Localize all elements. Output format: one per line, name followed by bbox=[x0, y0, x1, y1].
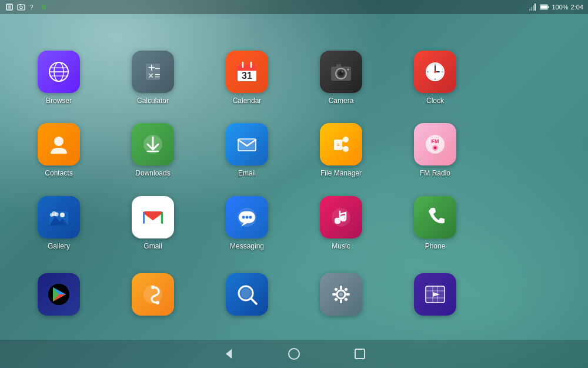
svg-point-36 bbox=[348, 68, 349, 70]
app-fmradio[interactable]: FM FM Radio bbox=[409, 123, 462, 177]
videos-icon bbox=[414, 273, 456, 316]
status-right-icons: 100% 2:04 bbox=[528, 2, 583, 12]
app-search[interactable] bbox=[220, 273, 273, 319]
gallery-label: Gallery bbox=[48, 242, 70, 250]
settings-icon bbox=[320, 273, 362, 316]
screenshot-icon bbox=[5, 2, 14, 12]
svg-rect-100 bbox=[334, 287, 338, 291]
svg-rect-9 bbox=[533, 5, 534, 11]
status-left-icons: ? N bbox=[5, 2, 49, 12]
phone-icon bbox=[414, 196, 456, 238]
svg-point-67 bbox=[55, 213, 59, 217]
svg-rect-7 bbox=[529, 9, 530, 11]
app-contacts[interactable]: Contacts bbox=[32, 123, 85, 177]
clock-icon bbox=[414, 51, 456, 93]
messaging-icon bbox=[226, 196, 268, 238]
app-email[interactable]: Email bbox=[220, 123, 273, 177]
app-settings[interactable] bbox=[315, 273, 368, 319]
svg-rect-12 bbox=[548, 6, 549, 8]
svg-point-54 bbox=[343, 146, 349, 152]
app-filemanager[interactable]: ≡ File Manager bbox=[315, 123, 368, 177]
svg-rect-96 bbox=[340, 286, 342, 290]
svg-text:=: = bbox=[155, 71, 160, 81]
calculator-icon: + − × = bbox=[132, 51, 174, 93]
svg-point-95 bbox=[339, 293, 343, 296]
app-phone[interactable]: Phone bbox=[409, 196, 462, 250]
svg-rect-8 bbox=[531, 7, 532, 11]
app-grid: Browser + − × = Calculator 31 Calend bbox=[0, 35, 588, 339]
calculator-label: Calculator bbox=[137, 97, 169, 105]
photo-icon bbox=[16, 2, 26, 12]
phone-label: Phone bbox=[425, 242, 446, 250]
app-camera[interactable]: Camera bbox=[315, 51, 368, 105]
svg-rect-4 bbox=[19, 4, 21, 5]
camera-icon bbox=[320, 51, 362, 93]
music-label: Music bbox=[332, 242, 350, 250]
svg-rect-102 bbox=[334, 297, 338, 301]
calendar-icon: 31 bbox=[226, 51, 268, 93]
n-icon: N bbox=[40, 2, 49, 12]
app-songkick[interactable] bbox=[126, 273, 179, 319]
clock-label: Clock bbox=[426, 97, 444, 105]
svg-text:N: N bbox=[42, 4, 46, 11]
svg-point-81 bbox=[335, 219, 339, 223]
filemanager-icon: ≡ bbox=[320, 123, 362, 165]
songkick-icon bbox=[132, 273, 174, 316]
svg-point-66 bbox=[50, 213, 54, 217]
svg-rect-51 bbox=[238, 139, 256, 151]
svg-point-58 bbox=[426, 135, 445, 154]
svg-point-79 bbox=[249, 216, 252, 219]
calendar-label: Calendar bbox=[233, 97, 262, 105]
app-playstore[interactable] bbox=[32, 273, 85, 319]
svg-rect-101 bbox=[344, 287, 348, 291]
svg-point-61 bbox=[434, 147, 437, 150]
browser-label: Browser bbox=[46, 97, 72, 105]
battery-icon bbox=[540, 2, 549, 12]
nav-bar bbox=[0, 340, 588, 368]
svg-point-46 bbox=[54, 137, 64, 146]
svg-text:FM: FM bbox=[432, 138, 439, 144]
app-music[interactable]: Music bbox=[315, 196, 368, 250]
app-videos[interactable] bbox=[409, 273, 462, 319]
svg-point-77 bbox=[242, 216, 245, 219]
svg-rect-97 bbox=[340, 299, 342, 303]
svg-marker-110 bbox=[226, 349, 232, 359]
email-icon bbox=[226, 123, 268, 165]
svg-rect-13 bbox=[541, 5, 547, 9]
svg-rect-112 bbox=[355, 349, 365, 359]
svg-rect-10 bbox=[534, 4, 536, 11]
svg-rect-98 bbox=[332, 293, 336, 296]
app-gmail[interactable]: Gmail bbox=[126, 196, 179, 250]
app-browser[interactable]: Browser bbox=[32, 51, 85, 105]
camera-label: Camera bbox=[329, 97, 354, 105]
svg-point-34 bbox=[342, 71, 343, 72]
app-calculator[interactable]: + − × = Calculator bbox=[126, 51, 179, 105]
recents-button[interactable] bbox=[350, 344, 369, 363]
svg-point-64 bbox=[60, 213, 65, 217]
gmail-icon bbox=[132, 196, 174, 238]
svg-text:?: ? bbox=[30, 4, 34, 11]
fmradio-label: FM Radio bbox=[420, 169, 450, 177]
app-messaging[interactable]: Messaging bbox=[220, 196, 273, 250]
svg-text:≡: ≡ bbox=[337, 142, 340, 148]
music-icon bbox=[320, 196, 362, 238]
app-gallery[interactable]: Gallery bbox=[32, 196, 85, 250]
signal-icon bbox=[528, 2, 537, 12]
contacts-icon bbox=[38, 123, 80, 165]
svg-point-89 bbox=[151, 286, 155, 289]
app-clock[interactable]: Clock bbox=[409, 51, 462, 105]
filemanager-label: File Manager bbox=[320, 169, 362, 177]
svg-line-56 bbox=[342, 147, 343, 149]
notification-icon: ? bbox=[28, 2, 38, 12]
contacts-label: Contacts bbox=[45, 169, 72, 177]
svg-line-55 bbox=[342, 140, 343, 142]
home-button[interactable] bbox=[285, 344, 303, 363]
battery-percent: 100% bbox=[552, 4, 568, 11]
search-icon bbox=[226, 273, 268, 316]
app-calendar[interactable]: 31 Calendar bbox=[220, 51, 273, 105]
back-button[interactable] bbox=[219, 344, 238, 363]
svg-point-78 bbox=[246, 216, 249, 219]
downloads-label: Downloads bbox=[135, 169, 170, 177]
app-downloads[interactable]: Downloads bbox=[126, 123, 179, 177]
svg-rect-103 bbox=[344, 297, 348, 301]
